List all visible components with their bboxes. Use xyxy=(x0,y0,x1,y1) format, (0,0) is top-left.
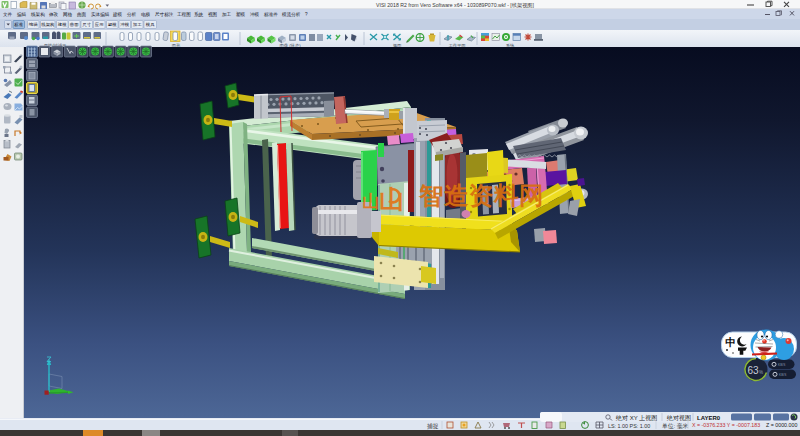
svg-text:中: 中 xyxy=(726,336,737,348)
svg-text:单位: 毫米: 单位: 毫米 xyxy=(662,423,689,429)
svg-text:X = -0376.233 Y = -0007.183: X = -0376.233 Y = -0007.183 xyxy=(692,422,760,428)
svg-text:Z = 0000.000: Z = 0000.000 xyxy=(766,422,797,428)
svg-text:智造资料网: 智造资料网 xyxy=(418,182,544,209)
svg-text:63: 63 xyxy=(748,365,760,376)
svg-text:KB/S: KB/S xyxy=(778,363,785,367)
svg-text:山: 山 xyxy=(362,192,379,211)
svg-text:KB/S: KB/S xyxy=(779,373,786,377)
svg-text:捕捉: 捕捉 xyxy=(427,423,439,430)
svg-text:%: % xyxy=(759,370,763,375)
svg-text:LS: 1.00 PS: 1.00: LS: 1.00 PS: 1.00 xyxy=(608,423,650,429)
